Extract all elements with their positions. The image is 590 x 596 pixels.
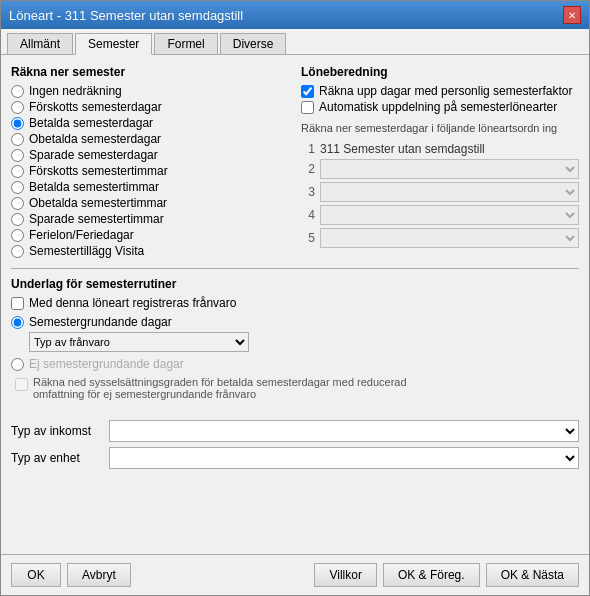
main-window: Löneart - 311 Semester utan semdagstill … — [0, 0, 590, 596]
underlag-section: Underlag för semesterrutiner Med denna l… — [11, 268, 579, 400]
radio-ingen[interactable]: Ingen nedräkning — [11, 84, 289, 98]
typ-inkomst-select[interactable] — [109, 420, 579, 442]
loneordn-row-5: 5 — [301, 228, 579, 248]
radio-semgr-input[interactable] — [11, 316, 24, 329]
loneordn-num-1: 1 — [301, 142, 315, 156]
franvaro-dropdown-row: Typ av frånvaro — [29, 332, 579, 352]
loneordn-num-3: 3 — [301, 185, 315, 199]
loneordn-row-3: 3 — [301, 182, 579, 202]
reduce-row: Räkna ned sysselsättningsgraden för beta… — [15, 376, 579, 400]
radio-ingen-input[interactable] — [11, 85, 24, 98]
ordning-label: Räkna ner semesterdagar i följande lönea… — [301, 122, 579, 134]
radio-obetalda-timmar-input[interactable] — [11, 197, 24, 210]
radio-ferielon-input[interactable] — [11, 229, 24, 242]
checkbox-franvaro-input[interactable] — [11, 297, 24, 310]
radio-ferielon[interactable]: Ferielon/Feriedagar — [11, 228, 289, 242]
radio-betalda-timmar[interactable]: Betalda semestertimmar — [11, 180, 289, 194]
radio-forsk-dagar-input[interactable] — [11, 101, 24, 114]
type-rows: Typ av inkomst Typ av enhet — [11, 415, 579, 469]
checkbox-rakkna-upp[interactable]: Räkna upp dagar med personlig semesterfa… — [301, 84, 579, 98]
radio-obetalda-dagar-input[interactable] — [11, 133, 24, 146]
loneordn-num-4: 4 — [301, 208, 315, 222]
loneordn-select-4[interactable] — [320, 205, 579, 225]
loneordn-select-5[interactable] — [320, 228, 579, 248]
radio-ej-semgr[interactable]: Ej semestergrundande dagar — [11, 357, 579, 371]
radio-obetalda-dagar[interactable]: Obetalda semesterdagar — [11, 132, 289, 146]
checkbox-franvaro[interactable]: Med denna löneart registreras frånvaro — [11, 296, 579, 310]
main-content: Räkna ner semester Ingen nedräkning Förs… — [1, 55, 589, 554]
close-button[interactable]: ✕ — [563, 6, 581, 24]
tabs-bar: Allmänt Semester Formel Diverse — [1, 29, 589, 55]
radio-sparade-timmar-input[interactable] — [11, 213, 24, 226]
villkor-button[interactable]: Villkor — [314, 563, 376, 587]
loneordn-row-4: 4 — [301, 205, 579, 225]
loneordn-table: 1 311 Semester utan semdagstill 2 3 4 — [301, 142, 579, 248]
ok-button[interactable]: OK — [11, 563, 61, 587]
radio-obetalda-timmar[interactable]: Obetalda semestertimmar — [11, 196, 289, 210]
underlag-title: Underlag för semesterrutiner — [11, 277, 579, 291]
checkbox-reduce[interactable]: Räkna ned sysselsättningsgraden för beta… — [15, 376, 579, 400]
rakna-ner-options: Ingen nedräkning Förskotts semesterdagar… — [11, 84, 289, 258]
tab-diverse[interactable]: Diverse — [220, 33, 287, 54]
bottom-right-buttons: Villkor OK & Föreg. OK & Nästa — [314, 563, 579, 587]
loneberedning-options: Räkna upp dagar med personlig semesterfa… — [301, 84, 579, 114]
loneordn-num-2: 2 — [301, 162, 315, 176]
loneordn-select-2[interactable] — [320, 159, 579, 179]
rakna-ner-title: Räkna ner semester — [11, 65, 289, 79]
typ-enhet-row: Typ av enhet — [11, 447, 579, 469]
loneordn-select-3[interactable] — [320, 182, 579, 202]
tab-semester[interactable]: Semester — [75, 33, 152, 55]
radio-ej-semgr-input[interactable] — [11, 358, 24, 371]
checkbox-automatisk[interactable]: Automatisk uppdelning på semesterlöneart… — [301, 100, 579, 114]
loneordn-row-1: 1 311 Semester utan semdagstill — [301, 142, 579, 156]
ok-nasta-button[interactable]: OK & Nästa — [486, 563, 579, 587]
rakna-ner-section: Räkna ner semester Ingen nedräkning Förs… — [11, 65, 289, 258]
tab-allment[interactable]: Allmänt — [7, 33, 73, 54]
title-bar: Löneart - 311 Semester utan semdagstill … — [1, 1, 589, 29]
radio-semestertillagg-input[interactable] — [11, 245, 24, 258]
window-title: Löneart - 311 Semester utan semdagstill — [9, 8, 243, 23]
checkbox-reduce-input[interactable] — [15, 378, 28, 391]
radio-betalda-dagar-input[interactable] — [11, 117, 24, 130]
loneberedning-section: Löneberedning Räkna upp dagar med person… — [301, 65, 579, 258]
radio-forsk-dagar[interactable]: Förskotts semesterdagar — [11, 100, 289, 114]
ok-foreg-button[interactable]: OK & Föreg. — [383, 563, 480, 587]
radio-sparade-timmar[interactable]: Sparade semestertimmar — [11, 212, 289, 226]
radio-betalda-timmar-input[interactable] — [11, 181, 24, 194]
radio-sparade-dagar[interactable]: Sparade semesterdagar — [11, 148, 289, 162]
bottom-left-buttons: OK Avbryt — [11, 563, 131, 587]
radio-betalda-dagar[interactable]: Betalda semesterdagar — [11, 116, 289, 130]
loneordn-row-2: 2 — [301, 159, 579, 179]
ej-semgr-row: Ej semestergrundande dagar — [11, 357, 579, 371]
loneordn-val-1: 311 Semester utan semdagstill — [320, 142, 485, 156]
franvaro-select[interactable]: Typ av frånvaro — [29, 332, 249, 352]
radio-semgr[interactable]: Semestergrundande dagar — [11, 315, 579, 329]
loneberedning-title: Löneberedning — [301, 65, 579, 79]
title-bar-buttons: ✕ — [563, 6, 581, 24]
radio-semestertillagg[interactable]: Semestertillägg Visita — [11, 244, 289, 258]
bottom-bar: OK Avbryt Villkor OK & Föreg. OK & Nästa — [1, 554, 589, 595]
avbryt-button[interactable]: Avbryt — [67, 563, 131, 587]
typ-inkomst-label: Typ av inkomst — [11, 424, 101, 438]
radio-forsk-timmar-input[interactable] — [11, 165, 24, 178]
typ-enhet-select[interactable] — [109, 447, 579, 469]
typ-inkomst-row: Typ av inkomst — [11, 420, 579, 442]
tab-formel[interactable]: Formel — [154, 33, 217, 54]
semgr-row: Semestergrundande dagar Typ av frånvaro — [11, 315, 579, 352]
radio-sparade-dagar-input[interactable] — [11, 149, 24, 162]
checkbox-automatisk-input[interactable] — [301, 101, 314, 114]
checkbox-rakna-upp-input[interactable] — [301, 85, 314, 98]
typ-enhet-label: Typ av enhet — [11, 451, 101, 465]
radio-forsk-timmar[interactable]: Förskotts semestertimmar — [11, 164, 289, 178]
top-section-row: Räkna ner semester Ingen nedräkning Förs… — [11, 65, 579, 258]
loneordn-num-5: 5 — [301, 231, 315, 245]
